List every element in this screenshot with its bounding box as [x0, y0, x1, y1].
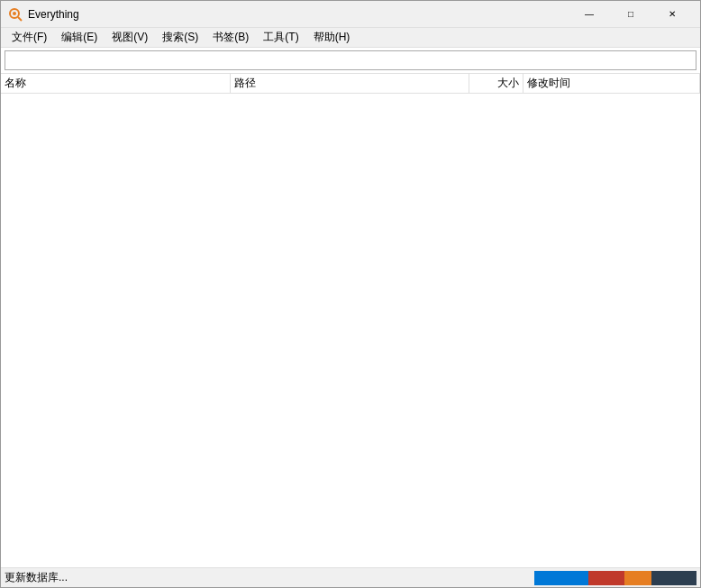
status-text: 更新数据库... — [5, 570, 534, 585]
title-bar: Everything — □ ✕ — [1, 1, 700, 28]
app-icon — [8, 7, 23, 22]
menu-file[interactable]: 文件(F) — [5, 29, 54, 47]
menu-bar: 文件(F) 编辑(E) 视图(V) 搜索(S) 书签(B) 工具(T) 帮助(H… — [1, 28, 700, 48]
column-header-modified[interactable]: 修改时间 — [523, 74, 700, 93]
menu-edit[interactable]: 编辑(E) — [54, 29, 105, 47]
minimize-button[interactable]: — — [569, 1, 610, 28]
progress-segment-blue — [534, 571, 588, 585]
maximize-button[interactable]: □ — [610, 1, 651, 28]
window-controls: — □ ✕ — [569, 1, 693, 28]
window-title: Everything — [28, 8, 569, 21]
search-bar — [1, 48, 700, 74]
close-button[interactable]: ✕ — [651, 1, 693, 28]
column-header-name[interactable]: 名称 — [1, 74, 231, 93]
svg-line-1 — [18, 17, 22, 21]
progress-segment-red — [588, 571, 624, 585]
menu-help[interactable]: 帮助(H) — [306, 29, 358, 47]
progress-segment-dark — [651, 571, 696, 585]
progress-segment-orange — [624, 571, 651, 585]
menu-view[interactable]: 视图(V) — [105, 29, 155, 47]
column-headers: 名称 路径 大小 修改时间 — [1, 74, 700, 94]
status-bar: 更新数据库... — [1, 567, 700, 587]
menu-tools[interactable]: 工具(T) — [256, 29, 305, 47]
progress-bar — [534, 571, 696, 585]
results-area[interactable] — [1, 94, 700, 567]
menu-bookmarks[interactable]: 书签(B) — [205, 29, 256, 47]
search-input[interactable] — [5, 50, 696, 70]
main-window: Everything — □ ✕ 文件(F) 编辑(E) 视图(V) 搜索(S)… — [0, 0, 701, 588]
column-header-size[interactable]: 大小 — [469, 74, 523, 93]
column-header-path[interactable]: 路径 — [231, 74, 469, 93]
menu-search[interactable]: 搜索(S) — [155, 29, 205, 47]
svg-point-2 — [13, 12, 16, 15]
